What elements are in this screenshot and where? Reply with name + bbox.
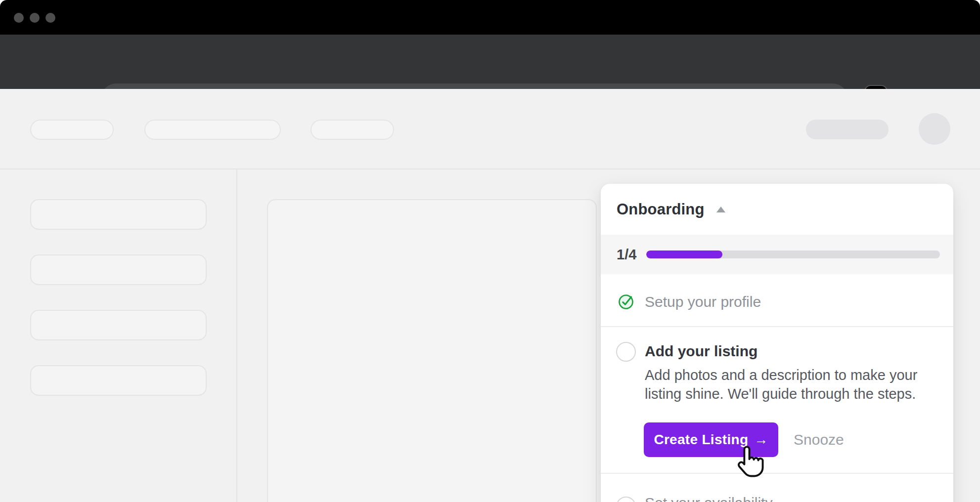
window-titlebar [0,0,980,35]
onboarding-card: Onboarding 1/4 Setup your profile [601,184,953,502]
onboarding-progress-section: 1/4 [601,235,953,274]
nav-skeleton-pill-3 [311,120,394,140]
collapse-button[interactable] [714,203,727,216]
onboarding-header[interactable]: Onboarding [617,201,727,218]
caret-up-icon [715,205,727,214]
window-close-button[interactable] [14,13,24,23]
window-zoom-button[interactable] [45,13,55,23]
nav-skeleton-pill-2 [144,120,281,140]
sidebar-skeleton-item-3 [30,310,207,340]
main-content-skeleton [267,199,597,502]
progress-count: 1/4 [617,247,636,263]
sidebar-skeleton-item-2 [30,254,207,285]
avatar-skeleton [919,113,950,145]
window-minimize-button[interactable] [30,13,40,23]
step-divider [601,473,953,474]
sidebar-divider [236,169,237,502]
step-heading: Add your listing [645,343,757,360]
sidebar-skeleton-item-4 [30,365,207,396]
step-label: Set your availability [645,495,772,502]
nav-skeleton-pill-1 [30,120,114,140]
step-circle-icon [616,497,636,502]
step-circle-icon[interactable] [616,342,636,362]
header-divider [0,168,980,169]
progress-bar [646,251,940,258]
step-divider [601,326,953,327]
check-circle-icon [616,292,636,311]
step-label: Setup your profile [645,293,761,310]
progress-bar-fill [646,251,722,258]
step-description: Add photos and a description to make you… [645,366,939,403]
browser-window: app.chartboard.com [0,0,980,502]
sidebar-skeleton-item-1 [30,199,207,230]
create-listing-label: Create Listing [654,432,748,448]
snooze-button[interactable]: Snooze [794,422,844,457]
browser-toolbar: app.chartboard.com [0,35,980,89]
onboarding-title: Onboarding [617,201,705,218]
hand-pointer-cursor [735,445,767,483]
header-skeleton-pill [806,120,889,139]
